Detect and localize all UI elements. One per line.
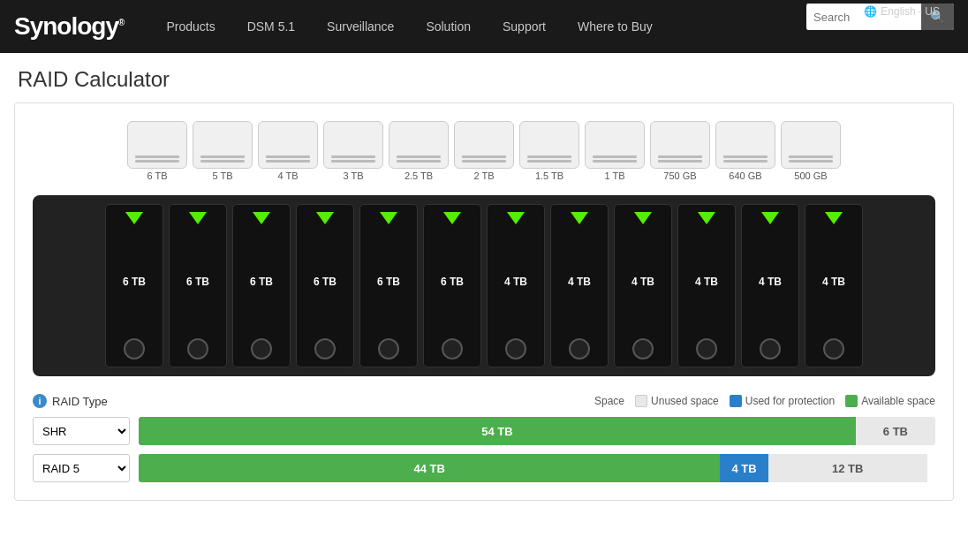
disk-option[interactable]: 2 TB — [454, 121, 514, 181]
nav-support[interactable]: Support — [487, 0, 562, 53]
disk-option-label: 6 TB — [147, 170, 167, 181]
drive-indicator — [253, 212, 270, 224]
legend-protection-box — [730, 395, 742, 407]
bar-protection: 4 TB — [720, 454, 768, 482]
legend-protection: Used for protection — [730, 395, 835, 407]
navbar: Synology® Products DSM 5.1 Surveillance … — [0, 0, 968, 53]
drive[interactable]: 6 TB — [359, 204, 418, 367]
disk-option-label: 750 GB — [663, 170, 696, 181]
disk-icon — [193, 121, 253, 169]
disk-icon — [389, 121, 449, 169]
disk-icon — [323, 121, 383, 169]
drive[interactable]: 6 TB — [423, 204, 481, 367]
raid-type-label: RAID Type — [52, 395, 108, 408]
drive-indicator — [634, 212, 652, 224]
drive-label: 6 TB — [314, 276, 337, 288]
raid-type-header-row: i RAID Type Space Unused space Used for … — [33, 394, 935, 408]
drive-label: 6 TB — [250, 276, 273, 288]
calc-container: 6 TB 5 TB 4 TB 3 TB 2.5 TB 2 TB 1.5 TB 1… — [14, 102, 954, 501]
drive-indicator — [316, 212, 334, 224]
drive[interactable]: 4 TB — [487, 204, 545, 367]
nav-where-to-buy[interactable]: Where to Buy — [562, 0, 669, 53]
drive[interactable]: 4 TB — [741, 204, 799, 367]
drive[interactable]: 4 TB — [677, 204, 736, 367]
space-legend: Space Unused space Used for protection A… — [174, 395, 935, 407]
drive-label: 6 TB — [123, 276, 146, 288]
raid-label-area: i RAID Type — [33, 394, 174, 408]
drive-label: 4 TB — [695, 276, 718, 288]
legend-protection-label: Used for protection — [745, 395, 835, 407]
bar-available: 44 TB — [139, 454, 720, 482]
disk-option-label: 5 TB — [212, 170, 232, 181]
disk-option[interactable]: 3 TB — [323, 121, 383, 181]
space-text: Space — [594, 395, 624, 407]
drive[interactable]: 4 TB — [550, 204, 609, 367]
drive-circle — [632, 338, 654, 359]
disk-option[interactable]: 2.5 TB — [389, 121, 449, 181]
raid-bar-1: 54 TB6 TB — [139, 417, 935, 445]
bar-unused: 6 TB — [856, 417, 935, 445]
disk-icon — [519, 121, 579, 169]
drive-circle — [187, 338, 208, 359]
disk-option[interactable]: 1.5 TB — [519, 121, 579, 181]
disk-option[interactable]: 750 GB — [650, 121, 710, 181]
brand-logo[interactable]: Synology® — [14, 12, 124, 41]
drive-bay: 6 TB 6 TB 6 TB 6 TB 6 TB 6 TB 4 TB 4 TB … — [33, 195, 935, 376]
bar-unused: 12 TB — [768, 454, 927, 482]
drive-indicator — [380, 212, 397, 224]
disk-option[interactable]: 6 TB — [127, 121, 187, 181]
drive-circle — [314, 338, 336, 359]
disk-option[interactable]: 500 GB — [781, 121, 841, 181]
disk-option[interactable]: 1 TB — [585, 121, 645, 181]
drive[interactable]: 4 TB — [805, 204, 863, 367]
legend-available-label: Available space — [861, 395, 935, 407]
raid-select-1[interactable]: SHRSHR-2JBODRAID 0RAID 1RAID 5RAID 6RAID… — [33, 417, 130, 445]
disk-icon — [585, 121, 645, 169]
drive-label: 6 TB — [377, 276, 400, 288]
drive[interactable]: 4 TB — [614, 204, 672, 367]
nav-products[interactable]: Products — [150, 0, 231, 53]
page-title: RAID Calculator — [0, 53, 968, 102]
drive[interactable]: 6 TB — [296, 204, 354, 367]
disk-option-label: 640 GB — [729, 170, 761, 181]
raid-info-icon[interactable]: i — [33, 394, 47, 408]
disk-option-label: 1 TB — [604, 170, 624, 181]
lang-selector[interactable]: 🌐 English - US — [864, 5, 940, 18]
bar-available: 54 TB — [139, 417, 856, 445]
raid-select-2[interactable]: SHRSHR-2JBODRAID 0RAID 1RAID 5RAID 6RAID… — [33, 454, 130, 482]
disk-icon — [781, 121, 841, 169]
drive-label: 6 TB — [186, 276, 209, 288]
drive-label: 4 TB — [568, 276, 591, 288]
disk-icon — [650, 121, 710, 169]
drive[interactable]: 6 TB — [232, 204, 291, 367]
disk-option[interactable]: 4 TB — [258, 121, 318, 181]
drive-circle — [696, 338, 717, 359]
legend-unused-label: Unused space — [651, 395, 719, 407]
drive-circle — [569, 338, 590, 359]
drive[interactable]: 6 TB — [105, 204, 163, 367]
lang-label: English - US — [881, 5, 940, 18]
disk-option-label: 4 TB — [277, 170, 298, 181]
drive-indicator — [698, 212, 715, 224]
nav-solution[interactable]: Solution — [410, 0, 487, 53]
drive-label: 6 TB — [441, 276, 464, 288]
raid-bar-2: 44 TB4 TB12 TB — [139, 454, 935, 482]
disk-icon — [454, 121, 514, 169]
drive[interactable]: 6 TB — [169, 204, 227, 367]
drive-label: 4 TB — [631, 276, 654, 288]
disk-icon — [127, 121, 187, 169]
disk-option-label: 2 TB — [473, 170, 494, 181]
nav-surveillance[interactable]: Surveillance — [311, 0, 410, 53]
drive-circle — [378, 338, 399, 359]
globe-icon: 🌐 — [864, 5, 877, 18]
legend-available-box — [845, 395, 858, 407]
drive-circle — [760, 338, 781, 359]
disk-option[interactable]: 640 GB — [715, 121, 775, 181]
disk-icon — [715, 121, 775, 169]
drive-indicator — [507, 212, 525, 224]
drive-circle — [505, 338, 526, 359]
nav-dsm[interactable]: DSM 5.1 — [231, 0, 311, 53]
disk-option[interactable]: 5 TB — [193, 121, 253, 181]
drive-label: 4 TB — [822, 276, 845, 288]
raid-row-2: SHRSHR-2JBODRAID 0RAID 1RAID 5RAID 6RAID… — [33, 454, 935, 482]
